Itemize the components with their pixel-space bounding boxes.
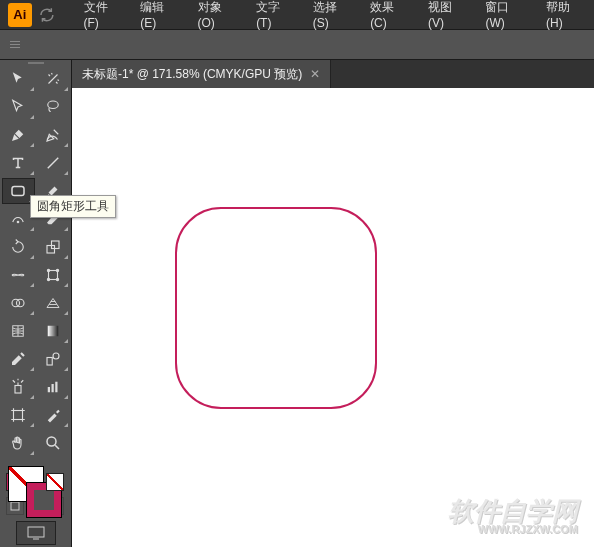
- column-graph-tool[interactable]: [37, 374, 70, 400]
- screen-mode-button[interactable]: [16, 521, 56, 545]
- svg-rect-3: [47, 246, 55, 254]
- menu-bar: Ai 文件(F) 编辑(E) 对象(O) 文字(T) 选择(S) 效果(C) 视…: [0, 0, 594, 30]
- svg-point-7: [56, 269, 58, 271]
- toolbox: [0, 60, 72, 547]
- canvas[interactable]: 软件自学网 WWW.RJZXW.COM: [72, 88, 594, 547]
- svg-rect-16: [15, 386, 21, 394]
- blend-tool[interactable]: [37, 346, 70, 372]
- svg-point-6: [47, 269, 49, 271]
- free-transform-tool[interactable]: [37, 262, 70, 288]
- perspective-grid-tool[interactable]: [37, 290, 70, 316]
- menu-object[interactable]: 对象(O): [190, 0, 247, 34]
- pen-tool[interactable]: [2, 122, 35, 148]
- menu-edit[interactable]: 编辑(E): [132, 0, 187, 34]
- toolbox-grip[interactable]: [2, 62, 69, 64]
- shape-builder-tool[interactable]: [2, 290, 35, 316]
- options-bar: [0, 30, 594, 60]
- tab-bar: 未标题-1* @ 171.58% (CMYK/GPU 预览) ✕: [72, 60, 594, 88]
- watermark: 软件自学网 WWW.RJZXW.COM: [448, 498, 578, 535]
- zoom-tool[interactable]: [37, 430, 70, 456]
- line-tool[interactable]: [37, 150, 70, 176]
- menu-window[interactable]: 窗口(W): [477, 0, 536, 34]
- svg-point-11: [17, 299, 25, 307]
- menu-file[interactable]: 文件(F): [76, 0, 131, 34]
- tool-grid: [2, 66, 69, 456]
- hand-tool[interactable]: [2, 430, 35, 456]
- symbol-sprayer-tool[interactable]: [2, 374, 35, 400]
- svg-point-21: [47, 437, 56, 446]
- scale-tool[interactable]: [37, 234, 70, 260]
- svg-point-8: [47, 278, 49, 280]
- document-area: 未标题-1* @ 171.58% (CMYK/GPU 预览) ✕ 软件自学网 W…: [72, 60, 594, 547]
- svg-rect-22: [11, 502, 19, 510]
- svg-rect-26: [28, 527, 44, 537]
- magic-wand-tool[interactable]: [37, 66, 70, 92]
- screen-mode: [2, 521, 69, 545]
- slice-tool[interactable]: [37, 402, 70, 428]
- svg-point-0: [48, 101, 59, 109]
- watermark-text: 软件自学网: [448, 496, 578, 526]
- sync-icon[interactable]: [38, 6, 56, 24]
- eyedropper-tool[interactable]: [2, 346, 35, 372]
- svg-rect-13: [48, 326, 59, 337]
- menu-items: 文件(F) 编辑(E) 对象(O) 文字(T) 选择(S) 效果(C) 视图(V…: [76, 0, 595, 34]
- svg-point-15: [53, 353, 59, 359]
- color-picker[interactable]: [2, 462, 69, 471]
- document-tab[interactable]: 未标题-1* @ 171.58% (CMYK/GPU 预览) ✕: [72, 60, 331, 88]
- tooltip-rounded-rectangle: 圆角矩形工具: [30, 195, 116, 218]
- color-mode-none[interactable]: [46, 473, 64, 491]
- svg-rect-20: [14, 411, 23, 420]
- close-icon[interactable]: ✕: [310, 67, 320, 81]
- main-area: 未标题-1* @ 171.58% (CMYK/GPU 预览) ✕ 软件自学网 W…: [0, 60, 594, 547]
- menu-select[interactable]: 选择(S): [305, 0, 360, 34]
- drag-handle[interactable]: [10, 41, 20, 48]
- width-tool[interactable]: [2, 262, 35, 288]
- svg-rect-5: [48, 271, 57, 280]
- menu-type[interactable]: 文字(T): [248, 0, 303, 34]
- svg-rect-4: [51, 241, 59, 249]
- menu-effect[interactable]: 效果(C): [362, 0, 418, 34]
- app-icon: Ai: [8, 3, 32, 27]
- artboard-tool[interactable]: [2, 402, 35, 428]
- type-tool[interactable]: [2, 150, 35, 176]
- direct-selection-tool[interactable]: [2, 94, 35, 120]
- menu-help[interactable]: 帮助(H): [538, 0, 594, 34]
- svg-point-2: [18, 221, 20, 223]
- svg-rect-14: [47, 358, 52, 366]
- svg-rect-18: [51, 384, 53, 392]
- svg-rect-17: [48, 387, 50, 392]
- canvas-shape: [72, 88, 594, 547]
- svg-rect-27: [176, 208, 376, 408]
- curvature-tool[interactable]: [37, 122, 70, 148]
- document-tab-label: 未标题-1* @ 171.58% (CMYK/GPU 预览): [82, 66, 302, 83]
- mesh-tool[interactable]: [2, 318, 35, 344]
- svg-rect-19: [55, 382, 57, 393]
- lasso-tool[interactable]: [37, 94, 70, 120]
- rotate-tool[interactable]: [2, 234, 35, 260]
- gradient-tool[interactable]: [37, 318, 70, 344]
- svg-point-9: [56, 278, 58, 280]
- selection-tool[interactable]: [2, 66, 35, 92]
- svg-rect-1: [12, 187, 24, 196]
- menu-view[interactable]: 视图(V): [420, 0, 475, 34]
